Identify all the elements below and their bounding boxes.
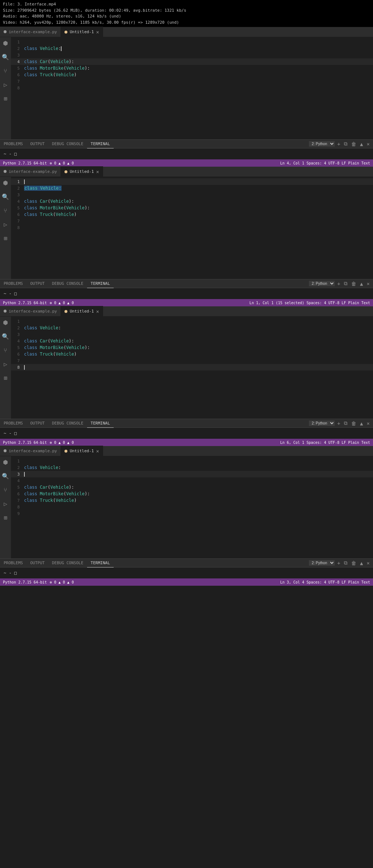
- add-terminal-icon-3[interactable]: +: [336, 421, 341, 426]
- kill-terminal-icon[interactable]: 🗑: [350, 141, 357, 147]
- tab-close-icon-4[interactable]: ×: [96, 449, 99, 454]
- search-icon-3[interactable]: 🔍: [1, 332, 10, 341]
- explorer-icon-4[interactable]: ⬢: [1, 458, 10, 466]
- kill-terminal-icon-3[interactable]: 🗑: [350, 421, 357, 426]
- editor-content-3[interactable]: 1 2 class Vehicle: 3 4 class Car(Vehicle…: [11, 317, 373, 419]
- search-icon[interactable]: 🔍: [1, 53, 10, 61]
- editor-content-2[interactable]: 1 2 class Vehicle: 3 4 class Car(Vehicle…: [11, 177, 373, 279]
- activity-bar-1: ⬢ 🔍 ⑂ ▷ ⊞: [0, 37, 11, 139]
- panel-tab-problems[interactable]: PROBLEMS: [0, 140, 27, 148]
- kill-terminal-icon-4[interactable]: 🗑: [350, 560, 357, 566]
- search-icon-4[interactable]: 🔍: [1, 472, 10, 480]
- split-terminal-icon[interactable]: ⧉: [343, 141, 349, 147]
- code-line: 5 class MotorBike(Vehicle):: [11, 205, 373, 211]
- terminal-content-1[interactable]: ~ - □: [0, 148, 373, 159]
- tab-label-4b: Untitled-1: [70, 449, 94, 453]
- close-panel-icon-2[interactable]: ×: [366, 281, 371, 287]
- tab-untitled-4[interactable]: Untitled-1 ×: [61, 446, 103, 456]
- split-terminal-icon-2[interactable]: ⧉: [343, 280, 349, 287]
- panel-tab-problems-4[interactable]: PROBLEMS: [0, 559, 27, 567]
- tab-close-icon-3[interactable]: ×: [96, 309, 99, 314]
- terminal-prompt-3: ~ - □: [4, 431, 17, 436]
- editor-1: ⬢ 🔍 ⑂ ▷ ⊞ 1 2 class Vehicle: 3 4 class C…: [0, 37, 373, 139]
- tab-interface-py-3[interactable]: interface-example.py: [0, 306, 61, 316]
- code-line: 8: [11, 85, 373, 91]
- add-terminal-icon-4[interactable]: +: [336, 560, 341, 566]
- search-icon-2[interactable]: 🔍: [1, 192, 10, 201]
- git-icon[interactable]: ⑂: [1, 66, 10, 75]
- code-line: 2 class Vehicle:: [11, 325, 373, 331]
- python-selector-3[interactable]: 2: Python: [309, 421, 335, 426]
- add-terminal-icon-2[interactable]: +: [336, 281, 341, 287]
- split-terminal-icon-4[interactable]: ⧉: [343, 560, 349, 566]
- close-panel-icon[interactable]: ×: [366, 141, 371, 147]
- tab-interface-py-1[interactable]: interface-example.py: [0, 27, 61, 37]
- panel-tab-debug-3[interactable]: DEBUG CONSOLE: [48, 419, 87, 428]
- panel-tab-terminal-3[interactable]: TERMINAL: [87, 419, 114, 428]
- panel-tab-debug-2[interactable]: DEBUG CONSOLE: [48, 279, 87, 288]
- debug-icon-4[interactable]: ▷: [1, 499, 10, 508]
- extensions-icon[interactable]: ⊞: [1, 94, 10, 103]
- editor-4: ⬢ 🔍 ⑂ ▷ ⊞ 1 2 class Vehicle: 3 4: [0, 456, 373, 558]
- python-selector-4[interactable]: 2: Python: [309, 560, 335, 566]
- maximize-panel-icon-4[interactable]: ▲: [359, 560, 364, 566]
- panel-tab-debug-4[interactable]: DEBUG CONSOLE: [48, 559, 87, 567]
- panel-tab-bar-3: PROBLEMS OUTPUT DEBUG CONSOLE TERMINAL 2…: [0, 419, 373, 428]
- terminal-content-2[interactable]: ~ - □: [0, 288, 373, 299]
- git-icon-2[interactable]: ⑂: [1, 206, 10, 215]
- explorer-icon-2[interactable]: ⬢: [1, 178, 10, 187]
- panel-tab-terminal-2[interactable]: TERMINAL: [87, 279, 114, 288]
- extensions-icon-4[interactable]: ⊞: [1, 513, 10, 522]
- git-icon-3[interactable]: ⑂: [1, 346, 10, 354]
- panel-tab-output-4[interactable]: OUTPUT: [27, 559, 48, 567]
- panel-tab-problems-2[interactable]: PROBLEMS: [0, 279, 27, 288]
- activity-bar-4: ⬢ 🔍 ⑂ ▷ ⊞: [0, 456, 11, 558]
- code-line: 1: [11, 318, 373, 325]
- editor-2: ⬢ 🔍 ⑂ ▷ ⊞ 1 2 class Vehicle: 3 4 class C…: [0, 177, 373, 279]
- extensions-icon-3[interactable]: ⊞: [1, 373, 10, 382]
- tab-untitled-1[interactable]: Untitled-1 ×: [61, 27, 103, 37]
- editor-content-1[interactable]: 1 2 class Vehicle: 3 4 class Car(Vehicle…: [11, 37, 373, 139]
- status-left-3: Python 2.7.15 64-bit ⊗ 0 ▲ 0 ▲ 0: [3, 301, 74, 305]
- panel-tab-output-3[interactable]: OUTPUT: [27, 419, 48, 428]
- terminal-prompt-1: ~ - □: [4, 151, 17, 156]
- tab-interface-py-2[interactable]: interface-example.py: [0, 166, 61, 177]
- debug-icon-3[interactable]: ▷: [1, 360, 10, 368]
- debug-icon-2[interactable]: ▷: [1, 220, 10, 229]
- status-bar-3: Python 2.7.15 64-bit ⊗ 0 ▲ 0 ▲ 0 Ln 1, C…: [0, 299, 373, 306]
- terminal-content-4[interactable]: ~ - □: [0, 567, 373, 578]
- tab-close-icon[interactable]: ×: [96, 30, 99, 35]
- debug-icon[interactable]: ▷: [1, 80, 10, 89]
- panel-tab-terminal[interactable]: TERMINAL: [87, 140, 114, 148]
- add-terminal-icon[interactable]: +: [336, 141, 341, 147]
- explorer-icon-3[interactable]: ⬢: [1, 318, 10, 327]
- tab-untitled-2[interactable]: Untitled-1 ×: [61, 166, 103, 177]
- tab-untitled-3[interactable]: Untitled-1 ×: [61, 306, 103, 316]
- panel-tab-terminal-4[interactable]: TERMINAL: [87, 559, 114, 567]
- maximize-panel-icon-3[interactable]: ▲: [359, 421, 364, 426]
- panel-actions: 2: Python + ⧉ 🗑 ▲ ×: [309, 141, 373, 147]
- maximize-panel-icon-2[interactable]: ▲: [359, 281, 364, 287]
- tab-close-icon-2[interactable]: ×: [96, 169, 99, 174]
- panel-tab-output[interactable]: OUTPUT: [27, 140, 48, 148]
- close-panel-icon-4[interactable]: ×: [366, 560, 371, 566]
- panel-tab-output-2[interactable]: OUTPUT: [27, 279, 48, 288]
- tab-interface-py-4[interactable]: interface-example.py: [0, 446, 61, 456]
- explorer-icon[interactable]: ⬢: [1, 39, 10, 47]
- code-line: 3: [11, 52, 373, 58]
- split-terminal-icon-3[interactable]: ⧉: [343, 420, 349, 426]
- unsaved-dot-4: [64, 450, 67, 453]
- kill-terminal-icon-2[interactable]: 🗑: [350, 281, 357, 287]
- vscode-frame-2: Python 2.7.15 64-bit ⊗ 0 ▲ 0 ▲ 0 Ln 4, C…: [0, 159, 373, 299]
- python-selector-2[interactable]: 2: Python: [309, 281, 335, 286]
- terminal-content-3[interactable]: ~ - □: [0, 428, 373, 439]
- panel-tab-bar-2: PROBLEMS OUTPUT DEBUG CONSOLE TERMINAL 2…: [0, 279, 373, 288]
- panel-tab-problems-3[interactable]: PROBLEMS: [0, 419, 27, 428]
- maximize-panel-icon[interactable]: ▲: [359, 141, 364, 147]
- panel-tab-debug[interactable]: DEBUG CONSOLE: [48, 140, 87, 148]
- editor-content-4[interactable]: 1 2 class Vehicle: 3 4 5 class Car(Vehic…: [11, 456, 373, 558]
- git-icon-4[interactable]: ⑂: [1, 485, 10, 494]
- python-selector[interactable]: 2: Python: [309, 141, 335, 147]
- close-panel-icon-3[interactable]: ×: [366, 421, 371, 426]
- extensions-icon-2[interactable]: ⊞: [1, 234, 10, 243]
